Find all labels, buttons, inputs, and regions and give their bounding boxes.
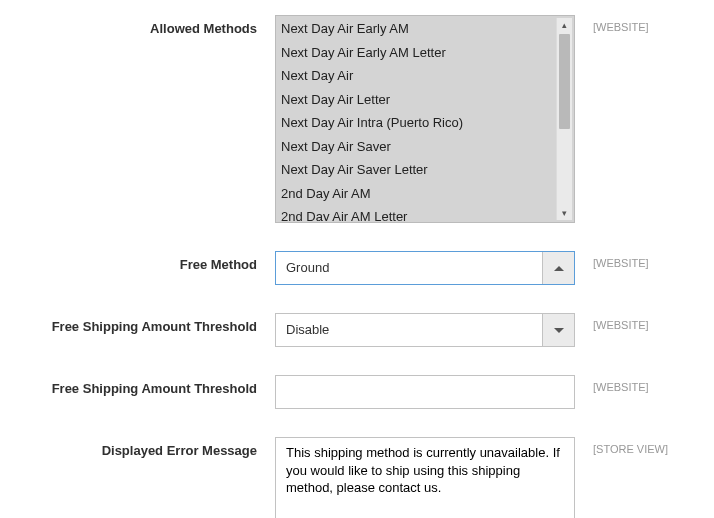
scope-free-shipping-threshold-amount: [WEBSITE] — [575, 375, 649, 393]
dropdown-toggle[interactable] — [542, 314, 574, 346]
allowed-methods-option[interactable]: Next Day Air — [277, 64, 573, 88]
dropdown-toggle[interactable] — [542, 252, 574, 284]
free-shipping-amount-input[interactable] — [275, 375, 575, 409]
free-method-select[interactable]: Ground — [275, 251, 575, 285]
field-error-message: Displayed Error Message [STORE VIEW] — [30, 437, 684, 518]
field-allowed-methods: Allowed Methods Next Day Air Early AMNex… — [30, 15, 684, 223]
allowed-methods-option[interactable]: Next Day Air Early AM Letter — [277, 41, 573, 65]
scope-error-message: [STORE VIEW] — [575, 437, 668, 455]
allowed-methods-option[interactable]: Next Day Air Intra (Puerto Rico) — [277, 111, 573, 135]
field-free-shipping-threshold-amount: Free Shipping Amount Threshold [WEBSITE] — [30, 375, 684, 409]
field-free-shipping-threshold-toggle: Free Shipping Amount Threshold Disable [… — [30, 313, 684, 347]
scroll-down-icon[interactable]: ▾ — [557, 206, 572, 220]
label-free-shipping-threshold-amount: Free Shipping Amount Threshold — [30, 375, 275, 396]
allowed-methods-option[interactable]: Next Day Air Early AM — [277, 17, 573, 41]
free-method-value: Ground — [276, 252, 542, 284]
scroll-thumb[interactable] — [559, 34, 570, 129]
field-free-method: Free Method Ground [WEBSITE] — [30, 251, 684, 285]
label-error-message: Displayed Error Message — [30, 437, 275, 458]
free-shipping-threshold-value: Disable — [276, 314, 542, 346]
chevron-down-icon — [554, 328, 564, 333]
allowed-methods-option[interactable]: Next Day Air Saver Letter — [277, 158, 573, 182]
scrollbar[interactable]: ▴ ▾ — [556, 18, 572, 220]
label-free-method: Free Method — [30, 251, 275, 272]
allowed-methods-option[interactable]: Next Day Air Letter — [277, 88, 573, 112]
free-shipping-threshold-select[interactable]: Disable — [275, 313, 575, 347]
allowed-methods-option[interactable]: 2nd Day Air AM — [277, 182, 573, 206]
label-allowed-methods: Allowed Methods — [30, 15, 275, 36]
scroll-up-icon[interactable]: ▴ — [557, 18, 572, 32]
chevron-up-icon — [554, 266, 564, 271]
allowed-methods-multiselect[interactable]: Next Day Air Early AMNext Day Air Early … — [275, 15, 575, 223]
scope-allowed-methods: [WEBSITE] — [575, 15, 649, 33]
allowed-methods-option[interactable]: 2nd Day Air AM Letter — [277, 205, 573, 221]
allowed-methods-option[interactable]: Next Day Air Saver — [277, 135, 573, 159]
scope-free-method: [WEBSITE] — [575, 251, 649, 269]
scope-free-shipping-threshold-toggle: [WEBSITE] — [575, 313, 649, 331]
error-message-textarea[interactable] — [275, 437, 575, 518]
label-free-shipping-threshold-toggle: Free Shipping Amount Threshold — [30, 313, 275, 334]
